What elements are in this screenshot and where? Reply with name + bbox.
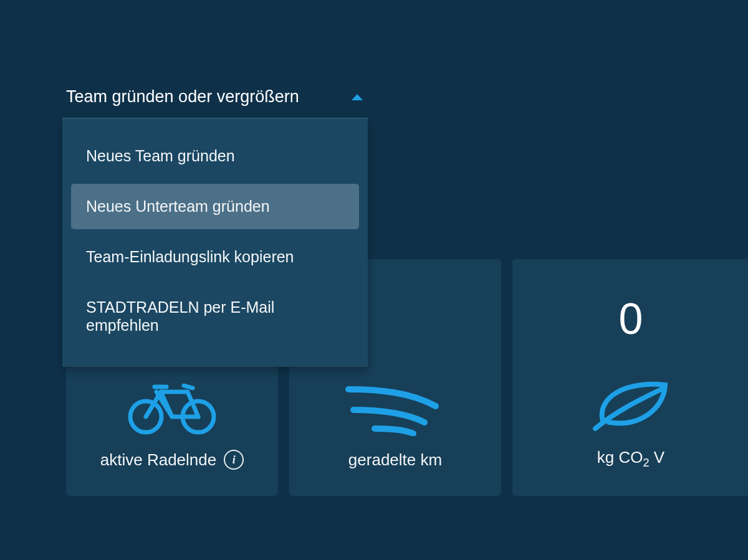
stat-label: geradelte km bbox=[348, 450, 442, 470]
stat-label: aktive Radelnde bbox=[100, 450, 216, 470]
team-dropdown: Team gründen oder vergrößern Neues Team … bbox=[62, 81, 368, 367]
dropdown-item-copy-invite-link[interactable]: Team-Einladungslink kopieren bbox=[71, 234, 359, 280]
bicycle-icon bbox=[125, 376, 219, 439]
stat-card-co2: 0 kg CO2 V bbox=[512, 259, 748, 496]
info-icon[interactable]: i bbox=[224, 450, 244, 470]
dropdown-item-new-subteam[interactable]: Neues Unterteam gründen bbox=[71, 184, 359, 229]
team-dropdown-menu: Neues Team gründen Neues Unterteam gründ… bbox=[62, 118, 368, 367]
dropdown-item-new-team[interactable]: Neues Team gründen bbox=[71, 133, 359, 179]
dropdown-item-recommend-email[interactable]: STADTRADELN per E-Mail empfehlen bbox=[71, 285, 359, 348]
swoosh-icon bbox=[342, 377, 448, 439]
chevron-up-icon bbox=[352, 94, 363, 100]
dropdown-trigger-label: Team gründen oder vergrößern bbox=[66, 87, 299, 107]
leaf-icon bbox=[584, 374, 678, 437]
team-dropdown-trigger[interactable]: Team gründen oder vergrößern bbox=[62, 81, 368, 118]
stat-label: kg CO2 V bbox=[597, 448, 664, 470]
stat-value: 0 bbox=[512, 294, 748, 344]
